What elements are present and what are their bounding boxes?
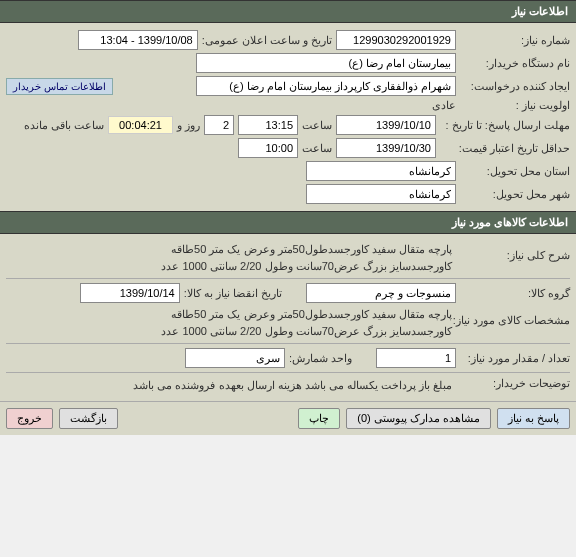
row-qty: تعداد / مقدار مورد نیاز: واحد شمارش:	[6, 348, 570, 368]
label-time-1: ساعت	[302, 119, 332, 132]
row-goods-spec: مشخصات کالای مورد نیاز: پارچه متقال سفید…	[6, 306, 570, 339]
field-qty[interactable]	[376, 348, 456, 368]
field-price-validity-time[interactable]	[238, 138, 298, 158]
label-goods-spec: مشخصات کالای مورد نیاز:	[460, 306, 570, 327]
value-buyer-notes: مبلغ باز پرداخت یکساله می باشد هزینه ارس…	[133, 377, 456, 394]
back-button[interactable]: بازگشت	[59, 408, 118, 429]
row-price-validity: حداقل تاریخ اعتبار قیمت: ساعت	[6, 138, 570, 158]
field-creator[interactable]	[196, 76, 456, 96]
need-info-title: اطلاعات نیاز	[512, 5, 568, 17]
value-priority: عادی	[432, 99, 456, 112]
need-info-header: اطلاعات نیاز	[0, 0, 576, 23]
row-goods-group: گروه کالا: تاریخ انقضا نیاز به کالا:	[6, 283, 570, 303]
row-deadline: مهلت ارسال پاسخ: تا تاریخ : ساعت روز و 0…	[6, 115, 570, 135]
row-need-number: شماره نیاز: تاریخ و ساعت اعلان عمومی:	[6, 30, 570, 50]
label-deadline: مهلت ارسال پاسخ: تا تاریخ :	[440, 119, 570, 132]
row-priority: اولویت نیاز : عادی	[6, 99, 570, 112]
attachments-button[interactable]: مشاهده مدارک پیوستی (0)	[346, 408, 491, 429]
field-goods-group[interactable]	[306, 283, 456, 303]
field-province[interactable]	[306, 161, 456, 181]
row-general-desc: شرح کلی نیاز: پارچه متقال سفید کاورجسدطو…	[6, 241, 570, 274]
label-need-number: شماره نیاز:	[460, 34, 570, 47]
value-goods-spec: پارچه متقال سفید کاورجسدطول50متر وعرض یک…	[161, 306, 456, 339]
label-days-and: روز و	[177, 119, 200, 132]
value-general-desc: پارچه متقال سفید کاورجسدطول50متر وعرض یک…	[161, 241, 456, 274]
label-org-name: نام دستگاه خریدار:	[460, 57, 570, 70]
row-province: استان محل تحویل:	[6, 161, 570, 181]
desc-line-2: کاورجسدسایز بزرگ عرض70سانت وطول 2/20 سان…	[161, 258, 452, 275]
separator-3	[6, 372, 570, 373]
field-announce-datetime[interactable]	[78, 30, 198, 50]
label-qty: تعداد / مقدار مورد نیاز:	[460, 352, 570, 365]
field-city[interactable]	[306, 184, 456, 204]
respond-button[interactable]: پاسخ به نیاز	[497, 408, 570, 429]
goods-info-body: شرح کلی نیاز: پارچه متقال سفید کاورجسدطو…	[0, 234, 576, 401]
label-city: شهر محل تحویل:	[460, 188, 570, 201]
label-priority: اولویت نیاز :	[460, 99, 570, 112]
label-expire-date: تاریخ انقضا نیاز به کالا:	[184, 287, 282, 300]
field-deadline-time[interactable]	[238, 115, 298, 135]
label-province: استان محل تحویل:	[460, 165, 570, 178]
label-goods-group: گروه کالا:	[460, 287, 570, 300]
goods-info-title: اطلاعات کالاهای مورد نیاز	[452, 216, 568, 228]
label-buyer-notes: توضیحات خریدار:	[460, 377, 570, 390]
label-general-desc: شرح کلی نیاز:	[460, 241, 570, 262]
field-days-left[interactable]	[204, 115, 234, 135]
label-creator: ایجاد کننده درخواست:	[460, 80, 570, 93]
field-org-name[interactable]	[196, 53, 456, 73]
label-price-validity: حداقل تاریخ اعتبار قیمت:	[440, 142, 570, 155]
row-city: شهر محل تحویل:	[6, 184, 570, 204]
goods-info-header: اطلاعات کالاهای مورد نیاز	[0, 211, 576, 234]
spec-line-2: کاورجسدسایز بزرگ عرض70سانت وطول 2/20 سان…	[161, 323, 452, 340]
row-buyer-notes: توضیحات خریدار: مبلغ باز پرداخت یکساله م…	[6, 377, 570, 394]
countdown-timer: 00:04:21	[108, 116, 173, 134]
exit-button[interactable]: خروج	[6, 408, 53, 429]
need-info-body: شماره نیاز: تاریخ و ساعت اعلان عمومی: نا…	[0, 23, 576, 211]
field-deadline-date[interactable]	[336, 115, 436, 135]
label-unit: واحد شمارش:	[289, 352, 352, 365]
field-price-validity-date[interactable]	[336, 138, 436, 158]
label-announce-datetime: تاریخ و ساعت اعلان عمومی:	[202, 34, 332, 47]
button-bar: پاسخ به نیاز مشاهده مدارک پیوستی (0) چاپ…	[0, 401, 576, 435]
row-creator: ایجاد کننده درخواست: اطلاعات تماس خریدار	[6, 76, 570, 96]
label-remaining: ساعت باقی مانده	[24, 119, 104, 132]
spec-line-1: پارچه متقال سفید کاورجسدطول50متر وعرض یک…	[161, 306, 452, 323]
field-unit[interactable]	[185, 348, 285, 368]
field-need-number[interactable]	[336, 30, 456, 50]
row-org-name: نام دستگاه خریدار:	[6, 53, 570, 73]
separator-2	[6, 343, 570, 344]
separator-1	[6, 278, 570, 279]
field-expire-date[interactable]	[80, 283, 180, 303]
print-button[interactable]: چاپ	[298, 408, 340, 429]
buyer-contact-link[interactable]: اطلاعات تماس خریدار	[6, 78, 113, 95]
desc-line-1: پارچه متقال سفید کاورجسدطول50متر وعرض یک…	[161, 241, 452, 258]
label-time-2: ساعت	[302, 142, 332, 155]
